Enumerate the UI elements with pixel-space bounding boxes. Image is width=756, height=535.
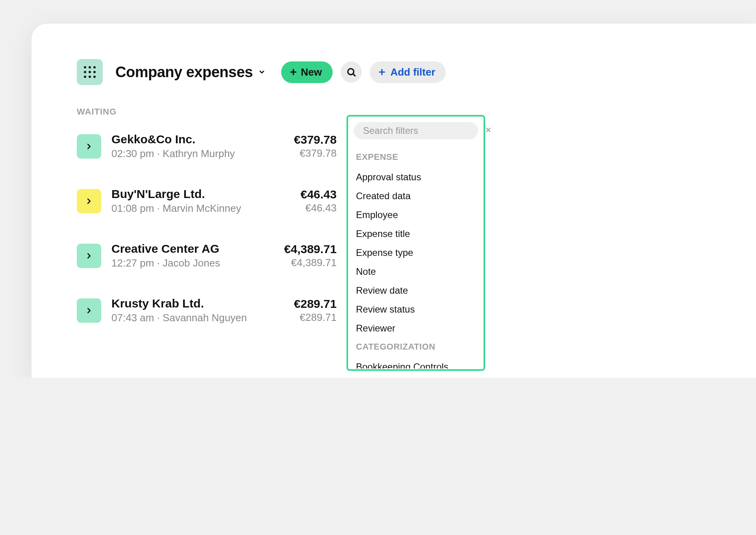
page-title-text: Company expenses	[115, 64, 253, 81]
filter-body[interactable]: EXPENSEApproval statusCreated dataEmploy…	[354, 148, 481, 368]
amount-secondary: €4,389.71	[284, 257, 337, 269]
amount-secondary: €379.78	[294, 147, 337, 159]
add-filter-label: Add filter	[390, 66, 435, 78]
status-box	[77, 134, 101, 159]
filter-item[interactable]: Employee	[354, 205, 479, 224]
amount-primary: €4,389.71	[284, 243, 337, 256]
plus-icon	[289, 68, 298, 76]
amount-primary: €289.71	[294, 297, 337, 311]
new-button[interactable]: New	[281, 61, 333, 83]
expense-main: Gekko&Co Inc.02:30 pm · Kathryn Murphy	[111, 133, 284, 160]
amount-secondary: €289.71	[294, 311, 337, 324]
chevron-right-icon	[85, 252, 93, 260]
close-icon[interactable]	[485, 126, 492, 136]
expense-amounts: €4,389.71€4,389.71	[284, 243, 337, 269]
expense-amounts: €46.43€46.43	[300, 188, 337, 214]
filter-dropdown: EXPENSEApproval statusCreated dataEmploy…	[346, 115, 485, 371]
page-title-selector[interactable]: Company expenses	[115, 64, 265, 81]
filter-item[interactable]: Note	[354, 262, 479, 281]
expense-main: Krusty Krab Ltd.07:43 am · Savannah Nguy…	[111, 297, 284, 324]
filter-item[interactable]: Bookkeeping Controls	[354, 357, 479, 368]
expense-row[interactable]: Buy'N'Large Ltd.01:08 pm · Marvin McKinn…	[77, 187, 337, 215]
status-box	[77, 244, 101, 268]
filter-group-label: CATEGORIZATION	[356, 342, 479, 352]
expense-amounts: €379.78€379.78	[294, 133, 337, 159]
plus-icon	[378, 68, 386, 76]
chevron-right-icon	[85, 197, 93, 205]
filter-search-field[interactable]	[354, 122, 478, 139]
chevron-down-icon	[258, 68, 265, 76]
app-grid-icon[interactable]	[77, 59, 103, 85]
filter-group-label: EXPENSE	[356, 152, 479, 162]
filter-item[interactable]: Expense type	[354, 243, 479, 262]
chevron-right-icon	[85, 142, 93, 151]
expense-row[interactable]: Krusty Krab Ltd.07:43 am · Savannah Nguy…	[77, 297, 337, 324]
expense-list: Gekko&Co Inc.02:30 pm · Kathryn Murphy€3…	[77, 133, 337, 324]
chevron-right-icon	[85, 306, 93, 315]
amount-primary: €46.43	[300, 188, 337, 201]
new-button-label: New	[301, 66, 322, 78]
expense-company: Krusty Krab Ltd.	[111, 297, 284, 310]
header-row: Company expenses New Add filter	[77, 59, 756, 85]
status-box	[77, 189, 101, 213]
filter-item[interactable]: Reviewer	[354, 319, 479, 338]
amount-secondary: €46.43	[300, 202, 337, 214]
expense-meta: 01:08 pm · Marvin McKinney	[111, 202, 290, 215]
add-filter-button[interactable]: Add filter	[370, 61, 445, 83]
svg-line-3	[353, 74, 355, 76]
filter-item[interactable]: Expense title	[354, 224, 479, 243]
expense-main: Creative Center AG12:27 pm · Jacob Jones	[111, 242, 274, 269]
filter-item[interactable]: Approval status	[354, 168, 479, 187]
expense-meta: 07:43 am · Savannah Nguyen	[111, 312, 284, 324]
expense-row[interactable]: Gekko&Co Inc.02:30 pm · Kathryn Murphy€3…	[77, 133, 337, 160]
expense-company: Creative Center AG	[111, 242, 274, 255]
expense-main: Buy'N'Large Ltd.01:08 pm · Marvin McKinn…	[111, 187, 290, 215]
filter-item[interactable]: Review date	[354, 281, 479, 300]
status-box	[77, 298, 101, 323]
search-icon	[346, 67, 356, 77]
expense-company: Buy'N'Large Ltd.	[111, 187, 290, 201]
search-button[interactable]	[341, 61, 362, 83]
filter-item[interactable]: Review status	[354, 300, 479, 319]
filter-search-input[interactable]	[363, 125, 481, 136]
expense-meta: 12:27 pm · Jacob Jones	[111, 257, 274, 269]
filter-item[interactable]: Created data	[354, 187, 479, 205]
app-window: Company expenses New Add filter WAITING …	[32, 24, 756, 378]
expense-company: Gekko&Co Inc.	[111, 133, 284, 146]
expense-amounts: €289.71€289.71	[294, 297, 337, 324]
expense-row[interactable]: Creative Center AG12:27 pm · Jacob Jones…	[77, 242, 337, 269]
expense-meta: 02:30 pm · Kathryn Murphy	[111, 148, 284, 160]
amount-primary: €379.78	[294, 133, 337, 146]
